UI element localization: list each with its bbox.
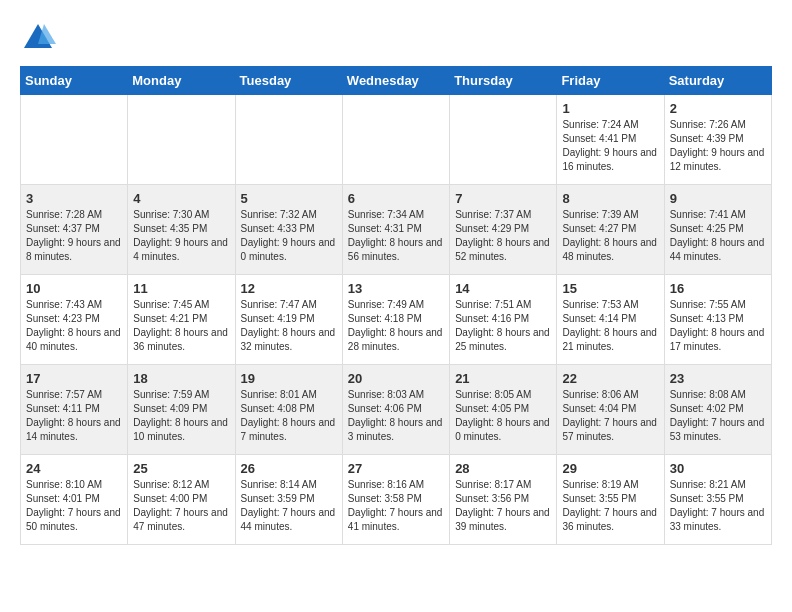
week-row-1: 1Sunrise: 7:24 AM Sunset: 4:41 PM Daylig…: [21, 95, 772, 185]
day-cell: 13Sunrise: 7:49 AM Sunset: 4:18 PM Dayli…: [342, 275, 449, 365]
day-number: 18: [133, 371, 229, 386]
day-cell: 25Sunrise: 8:12 AM Sunset: 4:00 PM Dayli…: [128, 455, 235, 545]
day-cell: 24Sunrise: 8:10 AM Sunset: 4:01 PM Dayli…: [21, 455, 128, 545]
day-number: 8: [562, 191, 658, 206]
day-number: 28: [455, 461, 551, 476]
day-info: Sunrise: 8:14 AM Sunset: 3:59 PM Dayligh…: [241, 478, 337, 534]
day-number: 5: [241, 191, 337, 206]
day-info: Sunrise: 7:32 AM Sunset: 4:33 PM Dayligh…: [241, 208, 337, 264]
day-cell: 22Sunrise: 8:06 AM Sunset: 4:04 PM Dayli…: [557, 365, 664, 455]
day-number: 13: [348, 281, 444, 296]
calendar-header: SundayMondayTuesdayWednesdayThursdayFrid…: [21, 67, 772, 95]
header-cell-wednesday: Wednesday: [342, 67, 449, 95]
day-info: Sunrise: 8:01 AM Sunset: 4:08 PM Dayligh…: [241, 388, 337, 444]
day-number: 17: [26, 371, 122, 386]
day-cell: [342, 95, 449, 185]
day-info: Sunrise: 8:21 AM Sunset: 3:55 PM Dayligh…: [670, 478, 766, 534]
day-cell: 10Sunrise: 7:43 AM Sunset: 4:23 PM Dayli…: [21, 275, 128, 365]
day-number: 15: [562, 281, 658, 296]
day-info: Sunrise: 7:30 AM Sunset: 4:35 PM Dayligh…: [133, 208, 229, 264]
day-info: Sunrise: 8:19 AM Sunset: 3:55 PM Dayligh…: [562, 478, 658, 534]
day-cell: 16Sunrise: 7:55 AM Sunset: 4:13 PM Dayli…: [664, 275, 771, 365]
day-info: Sunrise: 7:41 AM Sunset: 4:25 PM Dayligh…: [670, 208, 766, 264]
day-cell: 21Sunrise: 8:05 AM Sunset: 4:05 PM Dayli…: [450, 365, 557, 455]
header-cell-monday: Monday: [128, 67, 235, 95]
header-cell-friday: Friday: [557, 67, 664, 95]
header-cell-saturday: Saturday: [664, 67, 771, 95]
day-info: Sunrise: 7:51 AM Sunset: 4:16 PM Dayligh…: [455, 298, 551, 354]
day-cell: 14Sunrise: 7:51 AM Sunset: 4:16 PM Dayli…: [450, 275, 557, 365]
day-info: Sunrise: 8:10 AM Sunset: 4:01 PM Dayligh…: [26, 478, 122, 534]
calendar-table: SundayMondayTuesdayWednesdayThursdayFrid…: [20, 66, 772, 545]
week-row-3: 10Sunrise: 7:43 AM Sunset: 4:23 PM Dayli…: [21, 275, 772, 365]
day-info: Sunrise: 8:12 AM Sunset: 4:00 PM Dayligh…: [133, 478, 229, 534]
day-cell: 28Sunrise: 8:17 AM Sunset: 3:56 PM Dayli…: [450, 455, 557, 545]
calendar-body: 1Sunrise: 7:24 AM Sunset: 4:41 PM Daylig…: [21, 95, 772, 545]
day-number: 1: [562, 101, 658, 116]
day-cell: [450, 95, 557, 185]
day-cell: 8Sunrise: 7:39 AM Sunset: 4:27 PM Daylig…: [557, 185, 664, 275]
day-number: 9: [670, 191, 766, 206]
day-info: Sunrise: 7:49 AM Sunset: 4:18 PM Dayligh…: [348, 298, 444, 354]
day-cell: 2Sunrise: 7:26 AM Sunset: 4:39 PM Daylig…: [664, 95, 771, 185]
day-info: Sunrise: 8:17 AM Sunset: 3:56 PM Dayligh…: [455, 478, 551, 534]
day-cell: 4Sunrise: 7:30 AM Sunset: 4:35 PM Daylig…: [128, 185, 235, 275]
day-cell: 1Sunrise: 7:24 AM Sunset: 4:41 PM Daylig…: [557, 95, 664, 185]
day-info: Sunrise: 7:53 AM Sunset: 4:14 PM Dayligh…: [562, 298, 658, 354]
day-number: 19: [241, 371, 337, 386]
week-row-2: 3Sunrise: 7:28 AM Sunset: 4:37 PM Daylig…: [21, 185, 772, 275]
day-number: 22: [562, 371, 658, 386]
page-header: [20, 20, 772, 56]
day-info: Sunrise: 7:43 AM Sunset: 4:23 PM Dayligh…: [26, 298, 122, 354]
day-cell: 12Sunrise: 7:47 AM Sunset: 4:19 PM Dayli…: [235, 275, 342, 365]
day-cell: 20Sunrise: 8:03 AM Sunset: 4:06 PM Dayli…: [342, 365, 449, 455]
day-cell: 18Sunrise: 7:59 AM Sunset: 4:09 PM Dayli…: [128, 365, 235, 455]
week-row-5: 24Sunrise: 8:10 AM Sunset: 4:01 PM Dayli…: [21, 455, 772, 545]
day-number: 25: [133, 461, 229, 476]
day-info: Sunrise: 7:26 AM Sunset: 4:39 PM Dayligh…: [670, 118, 766, 174]
day-number: 6: [348, 191, 444, 206]
day-number: 30: [670, 461, 766, 476]
header-cell-thursday: Thursday: [450, 67, 557, 95]
header-cell-sunday: Sunday: [21, 67, 128, 95]
day-info: Sunrise: 7:45 AM Sunset: 4:21 PM Dayligh…: [133, 298, 229, 354]
day-cell: 6Sunrise: 7:34 AM Sunset: 4:31 PM Daylig…: [342, 185, 449, 275]
day-cell: 30Sunrise: 8:21 AM Sunset: 3:55 PM Dayli…: [664, 455, 771, 545]
week-row-4: 17Sunrise: 7:57 AM Sunset: 4:11 PM Dayli…: [21, 365, 772, 455]
day-info: Sunrise: 7:34 AM Sunset: 4:31 PM Dayligh…: [348, 208, 444, 264]
day-info: Sunrise: 7:24 AM Sunset: 4:41 PM Dayligh…: [562, 118, 658, 174]
day-info: Sunrise: 7:55 AM Sunset: 4:13 PM Dayligh…: [670, 298, 766, 354]
day-number: 3: [26, 191, 122, 206]
header-row: SundayMondayTuesdayWednesdayThursdayFrid…: [21, 67, 772, 95]
day-number: 24: [26, 461, 122, 476]
logo: [20, 20, 62, 56]
day-cell: 26Sunrise: 8:14 AM Sunset: 3:59 PM Dayli…: [235, 455, 342, 545]
day-info: Sunrise: 7:47 AM Sunset: 4:19 PM Dayligh…: [241, 298, 337, 354]
day-number: 4: [133, 191, 229, 206]
day-number: 12: [241, 281, 337, 296]
day-info: Sunrise: 8:06 AM Sunset: 4:04 PM Dayligh…: [562, 388, 658, 444]
logo-icon: [20, 20, 56, 56]
day-info: Sunrise: 7:59 AM Sunset: 4:09 PM Dayligh…: [133, 388, 229, 444]
day-number: 14: [455, 281, 551, 296]
day-info: Sunrise: 7:37 AM Sunset: 4:29 PM Dayligh…: [455, 208, 551, 264]
day-cell: 5Sunrise: 7:32 AM Sunset: 4:33 PM Daylig…: [235, 185, 342, 275]
day-cell: 23Sunrise: 8:08 AM Sunset: 4:02 PM Dayli…: [664, 365, 771, 455]
day-number: 20: [348, 371, 444, 386]
day-cell: 17Sunrise: 7:57 AM Sunset: 4:11 PM Dayli…: [21, 365, 128, 455]
day-cell: 29Sunrise: 8:19 AM Sunset: 3:55 PM Dayli…: [557, 455, 664, 545]
day-cell: 3Sunrise: 7:28 AM Sunset: 4:37 PM Daylig…: [21, 185, 128, 275]
day-cell: [21, 95, 128, 185]
day-cell: [128, 95, 235, 185]
day-info: Sunrise: 8:03 AM Sunset: 4:06 PM Dayligh…: [348, 388, 444, 444]
day-info: Sunrise: 7:57 AM Sunset: 4:11 PM Dayligh…: [26, 388, 122, 444]
day-number: 27: [348, 461, 444, 476]
day-number: 10: [26, 281, 122, 296]
day-cell: 11Sunrise: 7:45 AM Sunset: 4:21 PM Dayli…: [128, 275, 235, 365]
day-number: 7: [455, 191, 551, 206]
day-number: 29: [562, 461, 658, 476]
day-cell: 19Sunrise: 8:01 AM Sunset: 4:08 PM Dayli…: [235, 365, 342, 455]
day-info: Sunrise: 8:05 AM Sunset: 4:05 PM Dayligh…: [455, 388, 551, 444]
day-number: 16: [670, 281, 766, 296]
header-cell-tuesday: Tuesday: [235, 67, 342, 95]
